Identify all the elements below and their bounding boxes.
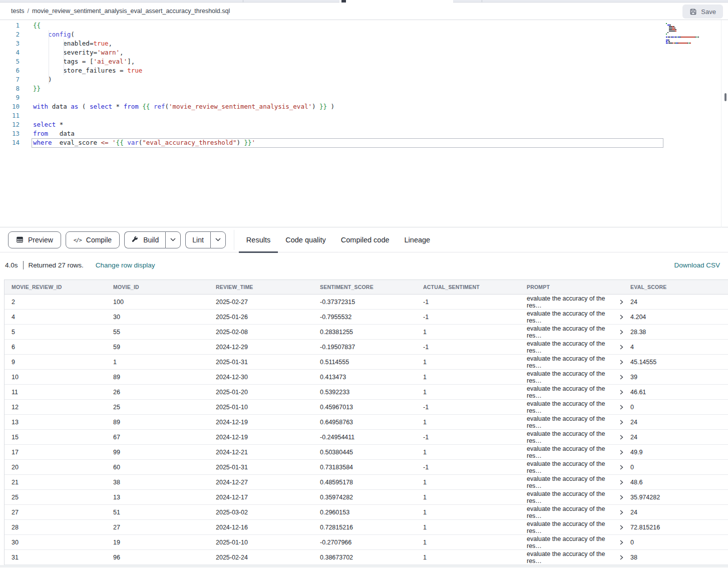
expand-prompt-icon[interactable] — [620, 405, 623, 410]
cell: -1 — [416, 400, 520, 415]
change-row-display-link[interactable]: Change row display — [96, 261, 155, 269]
table-grid-icon — [16, 236, 24, 243]
expand-prompt-icon[interactable] — [620, 510, 623, 515]
save-button[interactable]: Save — [682, 5, 723, 19]
editor-header-bar: tests / movie_review_sentiment_analysis_… — [0, 3, 728, 20]
build-dropdown-button[interactable] — [165, 231, 181, 248]
bottom-scroll-strip[interactable] — [0, 565, 728, 567]
prompt-text: evaluate the accuracy of the res… — [527, 370, 616, 384]
code-line[interactable]: 1{{ — [0, 21, 728, 30]
expand-prompt-icon[interactable] — [620, 465, 623, 470]
cell: 26 — [106, 385, 209, 400]
expand-prompt-icon[interactable] — [620, 315, 623, 320]
breadcrumb-folder[interactable]: tests — [11, 8, 24, 15]
expand-prompt-icon[interactable] — [620, 420, 623, 425]
expand-prompt-icon[interactable] — [620, 450, 623, 455]
cell: 2025-01-26 — [209, 310, 313, 325]
expand-prompt-icon[interactable] — [620, 390, 623, 395]
table-row: 13892024-12-190.649587631evaluate the ac… — [5, 415, 728, 430]
expand-prompt-icon[interactable] — [620, 525, 623, 530]
prompt-text: evaluate the accuracy of the res… — [527, 445, 616, 459]
download-csv-link[interactable]: Download CSV — [674, 261, 723, 269]
expand-prompt-icon[interactable] — [620, 345, 623, 350]
expand-prompt-icon[interactable] — [620, 555, 623, 560]
save-icon — [689, 8, 697, 16]
minimap-line — [666, 31, 720, 32]
code-line[interactable]: 7 ) — [0, 75, 728, 84]
cell: 5 — [5, 325, 106, 340]
code-line[interactable]: 4 severity='warn', — [0, 48, 728, 57]
code-line[interactable]: 5 tags = ['ai_eval'], — [0, 57, 728, 66]
lint-split-button: Lint — [185, 231, 226, 248]
cell: 6 — [5, 340, 106, 355]
cell: 38 — [106, 475, 209, 490]
expand-prompt-icon[interactable] — [620, 375, 623, 380]
tab-code-quality[interactable]: Code quality — [278, 227, 333, 252]
wrench-icon — [131, 236, 139, 243]
compile-label: Compile — [86, 236, 112, 244]
prompt-cell: evaluate the accuracy of the res… — [520, 460, 623, 475]
cell: 31 — [5, 550, 106, 565]
code-line[interactable]: 10with data as ( select * from {{ ref('m… — [0, 102, 728, 111]
expand-prompt-icon[interactable] — [620, 330, 623, 335]
preview-button[interactable]: Preview — [8, 231, 61, 248]
editor-scrollbar[interactable] — [724, 93, 726, 101]
code-line[interactable]: 13from data — [0, 129, 728, 138]
code-line[interactable]: 6 store_failures = true — [0, 66, 728, 75]
expand-prompt-icon[interactable] — [620, 360, 623, 365]
table-row: 17992024-12-210.503804451evaluate the ac… — [5, 445, 728, 460]
lint-label: Lint — [192, 236, 204, 244]
cell-eval-score: 72.815216 — [623, 520, 728, 535]
minimap[interactable] — [666, 23, 720, 44]
tab-compiled-code[interactable]: Compiled code — [333, 227, 397, 252]
cell: 100 — [106, 295, 209, 310]
prompt-cell: evaluate the accuracy of the res… — [520, 370, 623, 385]
column-header-review_time: REVIEW_TIME — [209, 280, 313, 295]
code-line[interactable]: 9 — [0, 93, 728, 102]
column-header-prompt: PROMPT — [520, 280, 623, 295]
code-line[interactable]: 14where eval_score <= '{{ var("eval_accu… — [0, 138, 728, 147]
cell: 1 — [416, 475, 520, 490]
expand-prompt-icon[interactable] — [620, 300, 623, 305]
cell: -1 — [416, 430, 520, 445]
cell: 99 — [106, 445, 209, 460]
cell: 1 — [416, 370, 520, 385]
code-line[interactable]: 12select * — [0, 120, 728, 129]
table-row: 25132024-12-170.359742821evaluate the ac… — [5, 490, 728, 505]
tab-lineage[interactable]: Lineage — [397, 227, 438, 252]
chevron-down-icon — [215, 238, 221, 241]
table-row: 28272024-12-160.728152161evaluate the ac… — [5, 520, 728, 535]
compile-button[interactable]: </> Compile — [66, 231, 120, 248]
code-line[interactable]: 11 — [0, 111, 728, 120]
prompt-cell: evaluate the accuracy of the res… — [520, 475, 623, 490]
code-line[interactable]: 3 enabled=true, — [0, 39, 728, 48]
cell: 55 — [106, 325, 209, 340]
table-row: 5552025-02-080.283812551evaluate the acc… — [5, 325, 728, 340]
cell-eval-score: 4 — [623, 340, 728, 355]
expand-prompt-icon[interactable] — [620, 480, 623, 485]
expand-prompt-icon[interactable] — [620, 495, 623, 500]
cell: -0.37372315 — [313, 295, 416, 310]
code-editor[interactable]: 1{{2 config(3 enabled=true,4 severity='w… — [0, 20, 728, 227]
lint-dropdown-button[interactable] — [210, 231, 226, 248]
results-info-bar: 4.0s Returned 27 rows. Change row displa… — [0, 252, 728, 277]
cell: 2024-12-27 — [209, 475, 313, 490]
tab-results[interactable]: Results — [239, 227, 278, 252]
build-button[interactable]: Build — [124, 231, 165, 248]
expand-prompt-icon[interactable] — [620, 540, 623, 545]
cell: 60 — [106, 460, 209, 475]
table-row: 912025-01-310.51145551evaluate the accur… — [5, 355, 728, 370]
expand-prompt-icon[interactable] — [620, 435, 623, 440]
line-number: 4 — [0, 48, 20, 57]
save-label: Save — [701, 8, 716, 16]
line-number: 14 — [0, 138, 20, 147]
table-row: 11262025-01-200.53922331evaluate the acc… — [5, 385, 728, 400]
code-line[interactable]: 8}} — [0, 84, 728, 93]
cell: 17 — [5, 445, 106, 460]
code-line[interactable]: 2 config( — [0, 30, 728, 39]
line-number: 8 — [0, 84, 20, 93]
cell: 2024-12-19 — [209, 430, 313, 445]
lint-button[interactable]: Lint — [185, 231, 210, 248]
prompt-text: evaluate the accuracy of the res… — [527, 340, 616, 354]
cell: 1 — [416, 550, 520, 565]
